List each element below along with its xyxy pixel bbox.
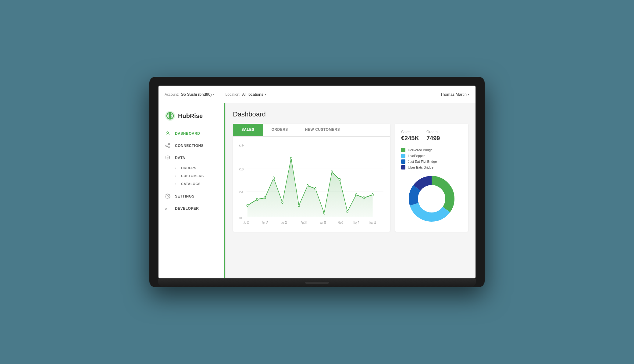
header: Account: Go Sushi (bnd90) ▾ Location: Al…	[158, 86, 476, 103]
sales-label: Sales:	[401, 130, 419, 134]
settings-icon	[165, 193, 171, 199]
svg-text:Apr 29: Apr 29	[320, 221, 326, 224]
developer-icon: >_	[165, 205, 171, 212]
svg-point-44	[418, 185, 445, 212]
sidebar-item-orders[interactable]: ORDERS	[158, 164, 225, 172]
svg-point-7	[167, 196, 169, 197]
sidebar-label-developer: DEVELOPER	[175, 206, 199, 211]
chart-legend: Deliveroo Bridge LivePepper Just Eat Fly…	[401, 148, 462, 170]
svg-text:Apr 25: Apr 25	[301, 221, 307, 224]
svg-point-23	[307, 184, 308, 187]
chart-tabs: SALES ORDERS NEW CUSTOMERS	[233, 124, 390, 137]
svg-point-28	[347, 210, 348, 213]
sidebar-item-settings[interactable]: SETTINGS	[158, 190, 225, 202]
stat-orders: Orders: 7499	[426, 130, 440, 142]
account-dropdown-icon: ▾	[213, 93, 215, 96]
svg-text:Apr 17: Apr 17	[262, 221, 268, 224]
svg-point-22	[298, 204, 300, 207]
sales-value: €245K	[401, 135, 419, 142]
sidebar-label-settings: SETTINGS	[175, 194, 194, 198]
location-label: Location:	[226, 92, 240, 97]
main-layout: HubRise DASHBOARD	[158, 103, 476, 278]
svg-point-6	[166, 156, 169, 157]
dashboard-icon	[165, 130, 171, 137]
chart-card: SALES ORDERS NEW CUSTOMERS €15K €10K	[233, 124, 390, 232]
svg-point-3	[168, 144, 170, 145]
svg-text:May 7: May 7	[354, 221, 359, 224]
svg-point-16	[247, 204, 248, 207]
stats-card: Sales: €245K Orders: 7499	[395, 124, 468, 232]
svg-point-18	[264, 197, 266, 199]
tab-orders[interactable]: ORDERS	[263, 124, 297, 136]
svg-point-26	[331, 171, 333, 173]
tab-sales[interactable]: SALES	[233, 124, 263, 136]
sidebar-item-connections[interactable]: CONNECTIONS	[158, 140, 225, 152]
svg-point-29	[355, 194, 357, 196]
livepepper-color	[401, 154, 405, 158]
deliveroo-label: Deliveroo Bridge	[408, 148, 433, 152]
svg-text:€10K: €10K	[239, 167, 244, 171]
deliveroo-color	[401, 148, 405, 152]
legend-deliveroo: Deliveroo Bridge	[401, 148, 462, 152]
account-value[interactable]: Go Sushi (bnd90) ▾	[181, 92, 215, 97]
legend-just-eat: Just Eat Flyt Bridge	[401, 159, 462, 164]
just-eat-label: Just Eat Flyt Bridge	[408, 160, 437, 163]
sidebar-label-catalogs: CATALOGS	[181, 182, 201, 186]
sidebar-item-developer[interactable]: >_ DEVELOPER	[158, 202, 225, 215]
svg-point-21	[290, 157, 292, 159]
uber-eats-color	[401, 165, 405, 170]
chart-body: €15K €10K €5K €0	[233, 137, 390, 232]
tab-new-customers[interactable]: NEW CUSTOMERS	[297, 124, 348, 136]
svg-text:May 3: May 3	[338, 221, 344, 224]
hubrise-logo-icon	[165, 110, 176, 121]
svg-point-19	[273, 177, 274, 179]
stat-sales: Sales: €245K	[401, 130, 419, 142]
svg-point-17	[256, 198, 258, 201]
svg-text:€15K: €15K	[239, 144, 244, 148]
uber-eats-label: Uber Eats Bridge	[408, 166, 433, 169]
sidebar-label-customers: CUSTOMERS	[181, 174, 204, 178]
sidebar-label-connections: CONNECTIONS	[175, 144, 204, 148]
location-value[interactable]: All locations ▾	[242, 92, 266, 97]
account-label: Account:	[165, 92, 179, 97]
logo: HubRise	[158, 108, 225, 127]
livepepper-label: LivePepper	[408, 154, 425, 158]
sidebar-label-orders: ORDERS	[181, 166, 196, 170]
logo-text: HubRise	[178, 112, 203, 120]
orders-label: Orders:	[426, 130, 440, 134]
stats-row: Sales: €245K Orders: 7499	[401, 130, 462, 142]
dashboard-grid: SALES ORDERS NEW CUSTOMERS €15K €10K	[233, 124, 468, 232]
user-menu[interactable]: Thomas Martin ▾	[440, 92, 469, 97]
legend-uber-eats: Uber Eats Bridge	[401, 165, 462, 170]
svg-point-30	[363, 197, 365, 199]
donut-chart	[401, 174, 462, 223]
svg-point-25	[323, 212, 325, 214]
sidebar-label-data: DATA	[175, 156, 185, 160]
svg-point-2	[167, 132, 169, 134]
svg-text:€5K: €5K	[239, 190, 243, 194]
svg-point-31	[372, 194, 373, 196]
svg-point-27	[339, 178, 340, 181]
svg-point-24	[315, 187, 316, 190]
page-title: Dashboard	[233, 110, 468, 118]
just-eat-color	[401, 159, 405, 164]
svg-text:Apr 13: Apr 13	[244, 221, 249, 224]
sidebar: HubRise DASHBOARD	[158, 103, 226, 278]
sidebar-item-dashboard[interactable]: DASHBOARD	[158, 127, 225, 140]
sidebar-item-customers[interactable]: CUSTOMERS	[158, 172, 225, 180]
svg-text:€0: €0	[239, 216, 242, 220]
data-icon	[165, 155, 171, 161]
header-account: Account: Go Sushi (bnd90) ▾ Location: Al…	[165, 92, 266, 97]
svg-text:May 11: May 11	[369, 221, 376, 224]
svg-point-4	[166, 145, 167, 147]
sidebar-item-catalogs[interactable]: CATALOGS	[158, 180, 225, 188]
location-dropdown-icon: ▾	[265, 93, 266, 96]
svg-text:Apr 21: Apr 21	[281, 221, 287, 224]
user-name: Thomas Martin	[440, 92, 467, 97]
sidebar-item-data[interactable]: DATA	[158, 152, 225, 164]
legend-livepepper: LivePepper	[401, 154, 462, 158]
connections-icon	[165, 143, 171, 149]
sidebar-label-dashboard: DASHBOARD	[175, 131, 200, 136]
chart-svg: €15K €10K €5K €0	[238, 141, 385, 227]
user-dropdown-icon: ▾	[468, 93, 469, 96]
